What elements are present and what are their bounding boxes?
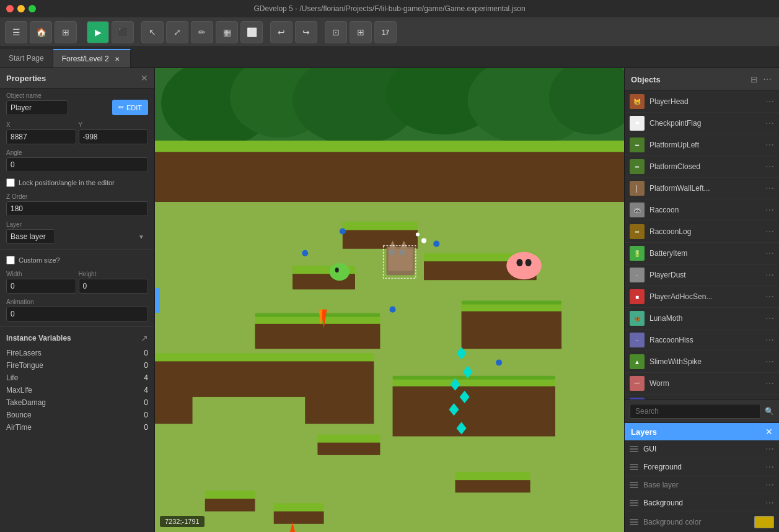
z-order-input[interactable] <box>6 201 148 216</box>
object-menu-btn[interactable]: ⋯ <box>765 227 774 237</box>
object-item[interactable]: ⚑ CheckpointFlag ⋯ <box>625 113 779 134</box>
lock-position-checkbox[interactable] <box>6 178 15 187</box>
tab-start-page[interactable]: Start Page <box>0 49 53 68</box>
more-icon[interactable]: ⋯ <box>762 73 773 85</box>
layer-select[interactable]: Base layer GUI Foreground Background <box>6 229 55 244</box>
svg-rect-9 <box>155 152 624 202</box>
filter-icon[interactable]: ⊟ <box>749 73 759 85</box>
height-input[interactable] <box>79 279 149 294</box>
ivar-name: TakeDamag <box>6 398 131 407</box>
layer-menu-btn[interactable]: ⋯ <box>765 444 774 454</box>
svg-point-61 <box>496 359 502 365</box>
svg-rect-24 <box>393 378 555 387</box>
object-item[interactable]: │ PlatformWallLeft... ⋯ <box>625 178 779 199</box>
width-input[interactable] <box>6 279 76 294</box>
object-menu-btn[interactable]: ⋯ <box>765 378 774 388</box>
preview-button[interactable]: ⬛ <box>112 21 134 43</box>
object-menu-btn[interactable]: ⋯ <box>765 357 774 367</box>
minimize-button[interactable] <box>17 5 25 12</box>
object-menu-btn[interactable]: ⋯ <box>765 118 774 128</box>
height-field: Height <box>79 271 149 294</box>
y-field: Y <box>79 121 149 144</box>
svg-rect-17 <box>255 316 380 325</box>
canvas-area[interactable]: 7232;-1791 <box>155 68 624 532</box>
open-external-icon[interactable]: ↗ <box>141 333 148 343</box>
duplicate-button[interactable]: ⬜ <box>240 21 263 43</box>
object-item[interactable]: 🦝 Raccoon ⋯ <box>625 199 779 221</box>
properties-close-icon[interactable]: ✕ <box>141 73 148 83</box>
layer-item[interactable]: Foreground ⋯ <box>625 458 779 476</box>
object-menu-btn[interactable]: ⋯ <box>765 270 774 280</box>
object-name-input[interactable] <box>6 100 68 115</box>
angle-input[interactable] <box>6 157 148 172</box>
object-item[interactable]: ■ PlayerAdHocSen... ⋯ <box>625 286 779 308</box>
layer-drag-handle[interactable] <box>630 482 638 488</box>
objects-panel: Objects ⊟ ⋯ 😸 PlayerHead ⋯ ⚑ CheckpointF… <box>625 68 779 422</box>
layer-menu-btn[interactable]: ⋯ <box>765 462 774 472</box>
search-input[interactable] <box>630 404 761 419</box>
layer-label: Layer <box>6 221 148 228</box>
object-name-label: PlatformClosed <box>649 162 760 171</box>
object-menu-btn[interactable]: ⋯ <box>765 183 774 193</box>
object-menu-btn[interactable]: ⋯ <box>765 313 774 323</box>
object-item[interactable]: 🔋 BatteryItem ⋯ <box>625 243 779 264</box>
object-menu-btn[interactable]: ⋯ <box>765 205 774 215</box>
object-item[interactable]: · PlayerDust ⋯ <box>625 264 779 286</box>
canvas-resize-handle[interactable] <box>155 288 160 313</box>
layer-item[interactable]: Background ⋯ <box>625 494 779 512</box>
object-menu-btn[interactable]: ⋯ <box>765 97 774 107</box>
resize-button[interactable]: ⤢ <box>166 21 188 43</box>
cursor-button[interactable]: ↖ <box>141 21 164 43</box>
layers-close-icon[interactable]: ✕ <box>765 427 773 437</box>
bg-color-swatch[interactable] <box>754 516 774 528</box>
x-input[interactable] <box>6 129 76 144</box>
object-item[interactable]: 📼 TapeItem ⋯ <box>625 395 779 399</box>
pencil-button[interactable]: ✏ <box>191 21 213 43</box>
object-menu-btn[interactable]: ⋯ <box>765 248 774 258</box>
layer-menu-btn[interactable]: ⋯ <box>765 498 774 508</box>
object-menu-btn[interactable]: ⋯ <box>765 292 774 302</box>
layer-item[interactable]: GUI ⋯ <box>625 440 779 458</box>
redo-button[interactable]: ↪ <box>295 21 317 43</box>
object-item[interactable]: 🦋 LunaMoth ⋯ <box>625 308 779 329</box>
tab-close-icon[interactable]: ✕ <box>113 55 121 63</box>
grid-button[interactable]: ⊞ <box>350 21 372 43</box>
scene-button[interactable]: ⊞ <box>55 21 77 43</box>
y-label: Y <box>79 121 149 128</box>
edit-button[interactable]: ✏ EDIT <box>112 100 148 115</box>
object-item[interactable]: 〰 Worm ⋯ <box>625 373 779 395</box>
settings-button[interactable]: 17 <box>374 21 397 43</box>
play-button[interactable]: ▶ <box>87 21 109 43</box>
menu-button[interactable]: ☰ <box>5 21 27 43</box>
tab-forest-level2[interactable]: Forest/Level 2 ✕ <box>53 49 131 68</box>
custom-size-checkbox[interactable] <box>6 256 15 264</box>
x-label: X <box>6 121 76 128</box>
object-menu-btn[interactable]: ⋯ <box>765 335 774 345</box>
svg-point-46 <box>506 252 542 279</box>
object-name-label: LunaMoth <box>649 314 760 323</box>
undo-button[interactable]: ↩ <box>270 21 293 43</box>
object-menu-btn[interactable]: ⋯ <box>765 140 774 150</box>
object-item[interactable]: ━ PlatformUpLeft ⋯ <box>625 134 779 156</box>
layer-menu-btn[interactable]: ⋯ <box>765 480 774 490</box>
ivar-value: 0 <box>133 411 148 419</box>
layer-drag-handle[interactable] <box>630 500 638 506</box>
object-item[interactable]: ━ PlatformClosed ⋯ <box>625 156 779 178</box>
object-menu-btn[interactable]: ⋯ <box>765 162 774 172</box>
layer-drag-handle[interactable] <box>630 464 638 470</box>
zoom-out-button[interactable]: ⊡ <box>325 21 347 43</box>
object-item[interactable]: ·· RaccoonHiss ⋯ <box>625 329 779 351</box>
object-item[interactable]: 😸 PlayerHead ⋯ <box>625 91 779 113</box>
eraser-button[interactable]: ▦ <box>216 21 238 43</box>
layer-drag-handle[interactable] <box>630 446 638 452</box>
layers-title: Layers <box>631 427 657 437</box>
tab-forest-label: Forest/Level 2 <box>62 55 109 63</box>
y-input[interactable] <box>79 129 149 144</box>
animation-input[interactable] <box>6 307 148 321</box>
home-button[interactable]: 🏠 <box>30 21 52 43</box>
layer-item[interactable]: Base layer ⋯ <box>625 476 779 494</box>
maximize-button[interactable] <box>29 5 36 12</box>
object-item[interactable]: ━ RaccoonLog ⋯ <box>625 221 779 243</box>
object-item[interactable]: ▲ SlimeWithSpike ⋯ <box>625 351 779 373</box>
close-button[interactable] <box>6 5 14 12</box>
